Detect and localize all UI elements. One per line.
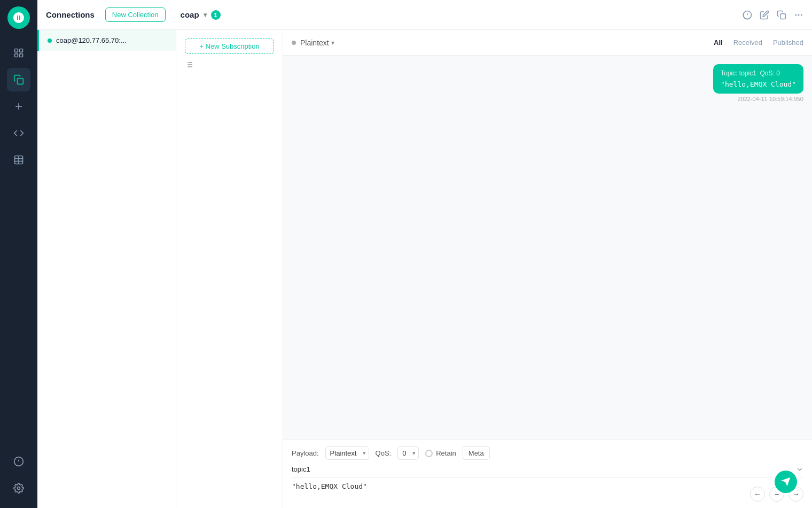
payload-row: "hello,EMQX Cloud" ← − → <box>292 482 803 502</box>
topic-input[interactable] <box>292 465 796 473</box>
chevron-down-icon: ▾ <box>204 11 207 19</box>
add-icon <box>13 101 24 112</box>
message-timestamp: 2022-04-11 10:59:14:950 <box>292 96 803 102</box>
payload-format-select[interactable]: Plaintext <box>325 447 369 460</box>
qos-wrapper: 0 <box>397 447 419 460</box>
filter-tab-published[interactable]: Published <box>773 39 803 47</box>
filter-icon[interactable] <box>185 60 193 69</box>
topic-status-dot <box>292 41 296 45</box>
retain-wrapper: Retain <box>425 449 456 457</box>
payload-label: Payload: <box>292 449 319 457</box>
message-wrapper: Topic: topic1 QoS: 0 "hello,EMQX Cloud" <box>292 64 803 94</box>
body-layout: coap@120.77.65.70:... + New Subscription… <box>37 30 812 508</box>
svg-point-20 <box>801 14 802 16</box>
message-payload: "hello,EMQX Cloud" <box>721 80 796 88</box>
svg-rect-3 <box>20 54 23 57</box>
message-topic: Topic: topic1 <box>721 70 756 77</box>
topic-format-label: Plaintext <box>300 39 329 47</box>
nav-back-button[interactable]: ← <box>750 487 765 502</box>
nav-item-add[interactable] <box>7 95 30 118</box>
svg-rect-17 <box>780 13 786 19</box>
svg-point-14 <box>18 487 20 490</box>
retain-checkbox[interactable] <box>425 450 433 457</box>
svg-rect-0 <box>15 49 18 52</box>
compose-area: Payload: Plaintext QoS: 0 Reta <box>283 440 812 508</box>
settings-icon <box>13 483 24 494</box>
header-toolbar <box>743 10 803 20</box>
top-header: Connections New Collection coap ▾ 1 <box>37 0 812 30</box>
subscriptions-panel: + New Subscription <box>176 30 283 508</box>
payload-input[interactable]: "hello,EMQX Cloud" <box>292 482 750 495</box>
message-topic-qos: Topic: topic1 QoS: 0 <box>721 70 796 77</box>
connection-tab: coap ▾ 1 <box>172 10 229 20</box>
nav-item-code[interactable] <box>7 121 30 145</box>
page-title: Connections <box>46 10 95 19</box>
connections-icon <box>13 48 24 58</box>
nav-item-table[interactable] <box>7 148 30 172</box>
main-content: Connections New Collection coap ▾ 1 <box>37 0 812 508</box>
logo-icon <box>12 11 25 24</box>
info-icon <box>13 456 24 467</box>
topic-expand-icon[interactable] <box>796 466 803 473</box>
filter-tab-all[interactable]: All <box>714 39 723 47</box>
svg-point-19 <box>798 14 799 16</box>
more-icon[interactable] <box>794 10 803 20</box>
message-area: Plaintext ▾ All Received Published Topic… <box>283 30 812 508</box>
new-collection-button[interactable]: New Collection <box>105 7 166 22</box>
svg-rect-4 <box>18 79 24 84</box>
qos-select[interactable]: 0 <box>397 447 419 460</box>
connection-item-name: coap@120.77.65.70:... <box>56 36 127 44</box>
edit-icon[interactable] <box>760 10 769 20</box>
qos-label: QoS: <box>376 449 392 457</box>
topic-format-selector[interactable]: Plaintext ▾ <box>300 39 334 47</box>
send-button[interactable] <box>775 471 797 493</box>
svg-rect-2 <box>15 54 18 57</box>
nav-item-copy[interactable] <box>7 68 30 91</box>
connections-sidebar: coap@120.77.65.70:... <box>37 30 176 508</box>
table-icon <box>13 155 24 165</box>
message-header: Plaintext ▾ All Received Published <box>283 30 812 56</box>
topic-format-chevron: ▾ <box>331 39 334 47</box>
code-icon <box>13 128 24 138</box>
connection-item[interactable]: coap@120.77.65.70:... <box>37 30 176 51</box>
filter-tabs: All Received Published <box>714 39 803 47</box>
compose-toolbar: Payload: Plaintext QoS: 0 Reta <box>292 447 803 460</box>
duplicate-icon[interactable] <box>777 10 786 20</box>
topic-input-row <box>292 465 803 478</box>
connection-tab-name: coap <box>181 10 199 19</box>
meta-button[interactable]: Meta <box>463 447 490 460</box>
nav-item-settings[interactable] <box>7 476 30 500</box>
left-navigation <box>0 0 37 508</box>
power-icon[interactable] <box>743 10 752 20</box>
app-logo[interactable] <box>7 6 30 29</box>
svg-point-18 <box>795 14 797 16</box>
filter-tab-received[interactable]: Received <box>733 39 762 47</box>
connection-badge: 1 <box>211 10 221 20</box>
messages-scroll: Topic: topic1 QoS: 0 "hello,EMQX Cloud" … <box>283 56 812 440</box>
svg-rect-1 <box>20 49 23 52</box>
copy-nav-icon <box>13 74 24 85</box>
payload-format-wrapper: Plaintext <box>325 447 369 460</box>
subscription-controls <box>185 60 274 69</box>
new-subscription-button[interactable]: + New Subscription <box>185 39 274 54</box>
send-icon <box>780 476 791 487</box>
message-qos: QoS: 0 <box>760 70 779 77</box>
nav-item-info[interactable] <box>7 450 30 473</box>
message-bubble: Topic: topic1 QoS: 0 "hello,EMQX Cloud" <box>713 64 803 94</box>
connection-status-dot <box>48 39 52 43</box>
retain-label: Retain <box>436 449 456 457</box>
nav-item-connections[interactable] <box>7 41 30 65</box>
